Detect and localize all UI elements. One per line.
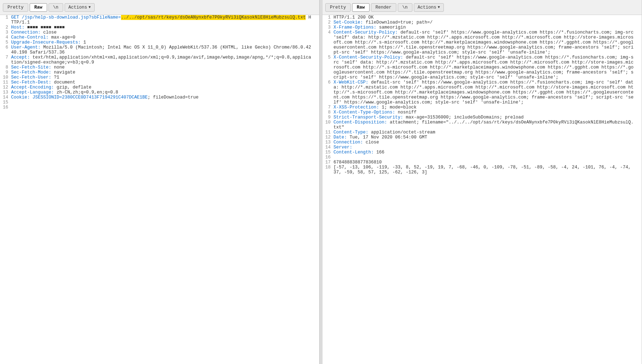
code-token: Sec-Fetch-Mode: bbox=[11, 70, 54, 75]
line-number: 14 bbox=[0, 95, 11, 100]
code-token: ; fileDownload=true bbox=[148, 95, 199, 100]
line-number: 5 bbox=[0, 40, 11, 45]
code-token: Content-Length: bbox=[333, 150, 376, 155]
line-content: Connection: close bbox=[11, 30, 319, 35]
code-token: close bbox=[366, 140, 379, 145]
line-number: 4 bbox=[322, 30, 333, 55]
code-token: Accept-Encoding: bbox=[11, 85, 57, 90]
tab-pretty[interactable]: Pretty bbox=[325, 3, 351, 12]
line-content: Cache-Control: max-age=0 bbox=[11, 35, 319, 40]
tab-raw[interactable]: Raw bbox=[352, 3, 370, 12]
table-row: 4Cache-Control: max-age=0 bbox=[0, 35, 319, 40]
table-row: 14Server: bbox=[322, 145, 642, 150]
line-content: X-Content-Security-Policy: default-src '… bbox=[333, 55, 642, 80]
code-token: ../../opt/sas/rt/keys/dsOeANynxbfe7P0kyR… bbox=[121, 15, 306, 20]
code-token: Cookie: bbox=[11, 95, 32, 100]
tab-pretty[interactable]: Pretty bbox=[3, 3, 28, 12]
code-token: fileDownload=true; path=/ bbox=[366, 20, 433, 25]
line-number: 16 bbox=[322, 155, 333, 160]
code-token: 678488838877836810 bbox=[333, 160, 382, 165]
code-token: gzip, deflate bbox=[57, 85, 92, 90]
code-token: 1; mode=block bbox=[382, 105, 417, 110]
table-row: 16 bbox=[322, 155, 642, 160]
code-token: Mozilla/5.0 (Macintosh; Intel Mac OS X 1… bbox=[11, 45, 311, 55]
actions-button[interactable]: Actions▼ bbox=[414, 3, 444, 12]
line-number: 1 bbox=[322, 15, 333, 20]
panel-divider bbox=[320, 0, 322, 364]
code-token: Content-Type: bbox=[333, 130, 371, 135]
table-row: 9Sec-Fetch-Mode: navigate bbox=[0, 70, 319, 75]
line-number: 7 bbox=[322, 105, 333, 110]
code-token: navigate bbox=[54, 70, 75, 75]
table-row: 12Date: Tue, 17 Nov 2020 06:54:00 GMT bbox=[322, 135, 642, 140]
left-code-block: 1GET /jsp/help-sb-download.jsp?sbFileNam… bbox=[0, 15, 319, 117]
line-number: 15 bbox=[322, 150, 333, 155]
line-content: X-WebKit-CSP: default-src 'self' https:/… bbox=[333, 80, 642, 105]
line-content: [-57, -13, 106, -119, -33, 8, 52, -19, 1… bbox=[333, 165, 642, 175]
line-content: HTTP/1.1 200 OK bbox=[333, 15, 642, 20]
code-token: [-57, -13, 106, -119, -33, 8, 52, -19, 1… bbox=[333, 165, 633, 175]
line-content: Host: ■■■■ ■■■■ ■■■■ bbox=[11, 25, 319, 30]
line-content: Set-Cookie: fileDownload=true; path=/ bbox=[333, 20, 642, 25]
line-number: 14 bbox=[322, 145, 333, 150]
table-row: 6X-WebKit-CSP: default-src 'self' https:… bbox=[322, 80, 642, 105]
tab-raw[interactable]: Raw bbox=[30, 3, 47, 12]
table-row: 12Accept-Encoding: gzip, deflate bbox=[0, 85, 319, 90]
line-number: 8 bbox=[322, 110, 333, 115]
line-content: Sec-Fetch-User: ?1 bbox=[11, 75, 319, 80]
line-content bbox=[11, 100, 319, 105]
code-token: X-Content-Type-Options: bbox=[333, 110, 398, 115]
tab-render[interactable]: Render bbox=[371, 3, 396, 12]
code-token: nosniff bbox=[398, 110, 417, 115]
right-content[interactable]: 1HTTP/1.1 200 OK2Set-Cookie: fileDownloa… bbox=[322, 15, 642, 364]
line-content: Sec-Fetch-Site: none bbox=[11, 65, 319, 70]
line-number: 18 bbox=[322, 165, 333, 175]
code-token: none bbox=[54, 65, 65, 70]
table-row: 3X-Frame-Options: sameorigin bbox=[322, 25, 642, 30]
line-content: 678488838877836810 bbox=[333, 160, 642, 165]
table-row: 18[-57, -13, 106, -119, -33, 8, 52, -19,… bbox=[322, 165, 642, 175]
code-token: JSESSIONID=2380CCE0D7413F7194291C407DCAE… bbox=[32, 95, 148, 100]
tab-n[interactable]: \n bbox=[49, 3, 63, 12]
line-number: 8 bbox=[0, 65, 11, 70]
code-token: X-XSS-Protection: bbox=[333, 105, 382, 110]
table-row: 14Cookie: JSESSIONID=2380CCE0D7413F71942… bbox=[0, 95, 319, 100]
line-content: Strict-Transport-Security: max-age=31536… bbox=[333, 115, 642, 120]
line-number: 6 bbox=[322, 80, 333, 105]
code-token: sameorigin bbox=[379, 25, 406, 30]
code-token: Server: bbox=[333, 145, 355, 150]
line-number: 9 bbox=[0, 70, 11, 75]
line-number: 2 bbox=[322, 20, 333, 25]
line-content: Content-Type: application/octet-stream bbox=[333, 130, 642, 135]
table-row: 2Host: ■■■■ ■■■■ ■■■■ bbox=[0, 25, 319, 30]
table-row: 8X-Content-Type-Options: nosniff bbox=[322, 110, 642, 115]
code-token: Sec-Fetch-Dest: bbox=[11, 80, 54, 85]
line-content: Connection: close bbox=[333, 140, 642, 145]
line-content: Accept-Language: zh-CN,zh;q=0.9,en;q=0.8 bbox=[11, 90, 319, 95]
code-token: 1 bbox=[84, 40, 86, 45]
table-row: 7Accept: text/html,application/xhtml+xml… bbox=[0, 55, 319, 65]
left-content[interactable]: 1GET /jsp/help-sb-download.jsp?sbFileNam… bbox=[0, 15, 319, 364]
table-row: 16 bbox=[0, 105, 319, 110]
line-number: 3 bbox=[322, 25, 333, 30]
right-panel: PrettyRawRender\nActions▼ 1HTTP/1.1 200 … bbox=[322, 0, 642, 364]
actions-button[interactable]: Actions▼ bbox=[65, 3, 95, 12]
table-row: 10Content-Disposition: attachment; filen… bbox=[322, 120, 642, 130]
tab-n[interactable]: \n bbox=[398, 3, 412, 12]
line-number: 16 bbox=[0, 105, 11, 110]
line-content: Content-Security-Policy: default-src 'se… bbox=[333, 30, 642, 55]
table-row: 4Content-Security-Policy: default-src 's… bbox=[322, 30, 642, 55]
line-content bbox=[333, 155, 642, 160]
line-number: 10 bbox=[0, 75, 11, 80]
code-token: Sec-Fetch-User: bbox=[11, 75, 54, 80]
code-token: Accept: bbox=[11, 55, 32, 60]
code-token: Sec-Fetch-Site: bbox=[11, 65, 54, 70]
line-number: 12 bbox=[322, 135, 333, 140]
code-token: Content-Disposition: bbox=[333, 120, 390, 125]
chevron-down-icon: ▼ bbox=[438, 5, 440, 9]
table-row: 1HTTP/1.1 200 OK bbox=[322, 15, 642, 20]
table-row: 5X-Content-Security-Policy: default-src … bbox=[322, 55, 642, 80]
code-token: close bbox=[43, 30, 57, 35]
line-number: 13 bbox=[0, 90, 11, 95]
code-token: Tue, 17 Nov 2020 06:54:00 GMT bbox=[350, 135, 427, 140]
